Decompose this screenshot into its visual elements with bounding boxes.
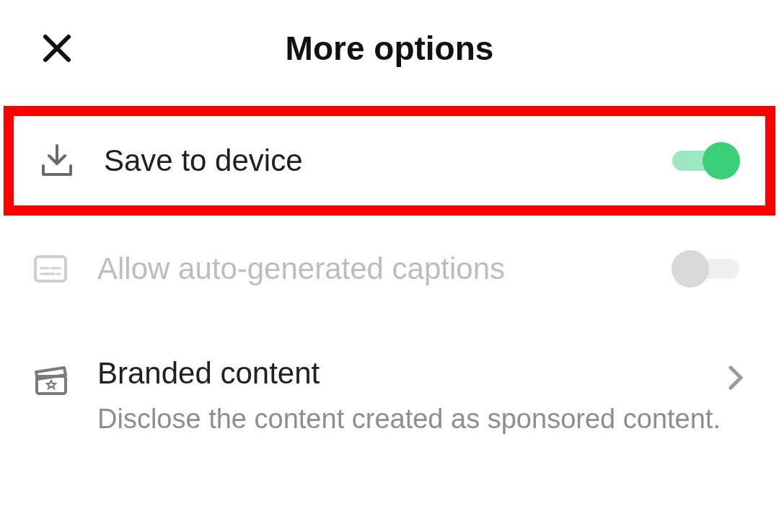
close-button[interactable] — [40, 31, 74, 66]
options-list: Save to device Allow auto-generated capt… — [0, 106, 779, 464]
clapperboard-icon — [32, 356, 72, 398]
auto-captions-toggle[interactable] — [672, 250, 747, 288]
svg-marker-9 — [47, 381, 56, 389]
chevron-right-icon — [725, 356, 747, 395]
header: More options — [0, 0, 779, 97]
close-icon — [40, 31, 74, 66]
save-to-device-label: Save to device — [104, 143, 665, 178]
branded-content-description: Disclose the content created as sponsore… — [97, 404, 725, 435]
save-to-device-row[interactable]: Save to device — [14, 116, 765, 205]
auto-captions-row[interactable]: Allow auto-generated captions — [0, 216, 779, 316]
save-to-device-toggle[interactable] — [665, 142, 740, 179]
highlighted-option: Save to device — [4, 106, 775, 216]
auto-captions-label: Allow auto-generated captions — [97, 252, 672, 286]
branded-content-row[interactable]: Branded content Disclose the content cre… — [0, 316, 779, 464]
branded-content-label: Branded content — [97, 356, 725, 391]
page-title: More options — [36, 29, 743, 68]
captions-icon — [32, 251, 72, 287]
download-icon — [39, 143, 79, 179]
